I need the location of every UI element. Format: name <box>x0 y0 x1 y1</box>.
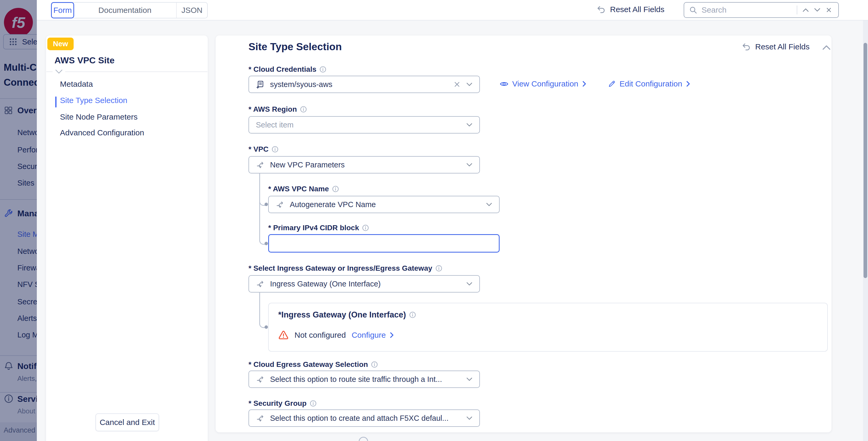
chevron-down-icon <box>486 202 492 207</box>
pencil-icon <box>608 80 616 88</box>
ingress-gateway-select[interactable]: Ingress Gateway (One Interface) <box>248 275 480 292</box>
reset-all-fields-label: Reset All Fields <box>755 42 810 51</box>
chevron-down-icon <box>466 82 472 87</box>
modal-backdrop[interactable] <box>0 0 37 441</box>
info-icon[interactable] <box>310 400 317 407</box>
info-icon[interactable] <box>272 146 278 153</box>
tree-connector <box>259 173 260 236</box>
primary-ipv4-cidr-label: * Primary IPv4 CIDR block <box>268 224 359 232</box>
edit-configuration-link[interactable]: Edit Configuration <box>608 80 690 88</box>
egress-gateway-value: Select this option to route site traffic… <box>270 375 466 384</box>
ingress-gateway-card: *Ingress Gateway (One Interface) Not con… <box>268 303 828 352</box>
egress-gateway-label: * Cloud Egress Gateway Selection <box>248 360 368 369</box>
chevron-right-icon <box>390 332 394 339</box>
tab-json[interactable]: JSON <box>177 3 207 18</box>
view-tabs: Form Documentation JSON <box>51 2 208 19</box>
form-nav-item-metadata[interactable]: Metadata <box>60 80 93 89</box>
info-icon[interactable] <box>319 66 326 73</box>
primary-ipv4-cidr-input[interactable] <box>268 234 500 253</box>
search-icon <box>689 6 698 14</box>
view-configuration-link[interactable]: View Configuration <box>500 80 587 88</box>
tree-connector <box>259 292 260 318</box>
configure-label: Configure <box>351 330 386 340</box>
aws-vpc-name-label-row: * AWS VPC Name <box>268 185 339 193</box>
tree-connector-dot <box>265 242 268 245</box>
form-title: AWS VPC Site <box>55 55 115 65</box>
aws-region-placeholder: Select item <box>256 121 466 129</box>
reset-all-fields-section[interactable]: Reset All Fields <box>742 42 810 52</box>
chevron-right-icon <box>686 81 690 87</box>
search-next-button[interactable] <box>811 4 823 16</box>
info-icon[interactable] <box>409 311 416 318</box>
cloud-credentials-select[interactable]: system/syous-aws <box>248 76 480 93</box>
info-icon[interactable] <box>300 106 307 113</box>
security-group-value: Select this option to create and attach … <box>270 414 466 422</box>
aws-region-select[interactable]: Select item <box>248 116 480 133</box>
ingress-gateway-value: Ingress Gateway (One Interface) <box>270 280 466 288</box>
primary-ipv4-cidr-label-row: * Primary IPv4 CIDR block <box>268 224 369 232</box>
branch-choice-icon <box>256 279 265 288</box>
clear-selection-icon[interactable] <box>454 81 460 88</box>
vpc-label: * VPC <box>248 145 269 154</box>
form-nav-item-advanced-configuration[interactable]: Advanced Configuration <box>60 128 144 137</box>
search-input[interactable] <box>701 5 773 15</box>
aws-region-label: * AWS Region <box>248 105 297 114</box>
scrollbar-thumb[interactable] <box>864 43 867 278</box>
cloud-credentials-label: * Cloud Credentials <box>248 65 316 73</box>
ingress-gateway-label: * Select Ingress Gateway or Ingress/Egre… <box>248 264 432 273</box>
branch-choice-icon <box>276 200 284 209</box>
warning-icon <box>278 330 289 340</box>
chevron-right-icon <box>582 81 587 87</box>
branch-choice-icon <box>256 414 265 422</box>
info-icon[interactable] <box>362 224 369 231</box>
configure-link[interactable]: Configure <box>351 330 394 340</box>
security-group-label-row: * Security Group <box>248 399 317 408</box>
vpc-select[interactable]: New VPC Parameters <box>248 156 480 174</box>
chevron-down-icon <box>466 377 472 381</box>
form-nav-item-site-node-parameters[interactable]: Site Node Parameters <box>60 113 137 121</box>
undo-icon <box>596 5 606 14</box>
branch-choice-icon <box>256 160 265 169</box>
egress-gateway-label-row: * Cloud Egress Gateway Selection <box>248 360 378 369</box>
view-configuration-label: View Configuration <box>512 80 578 88</box>
reset-all-fields-top[interactable]: Reset All Fields <box>596 5 664 14</box>
aws-vpc-name-label: * AWS VPC Name <box>268 185 329 193</box>
tree-connector-dot <box>265 325 268 329</box>
collapse-notch-icon[interactable] <box>53 69 65 75</box>
branch-choice-icon <box>256 375 265 384</box>
tab-form[interactable]: Form <box>51 2 74 19</box>
egress-gateway-select[interactable]: Select this option to route site traffic… <box>248 371 480 388</box>
search-divider <box>797 5 797 14</box>
aws-vpc-name-value: Autogenerate VPC Name <box>290 200 486 209</box>
section-collapse-icon[interactable] <box>822 45 831 52</box>
undo-icon <box>742 42 751 52</box>
reference-object-icon <box>256 80 265 89</box>
app-root: f5 Select Multi-Cloud Connect Overview N… <box>0 0 868 441</box>
status-text: Not configured <box>294 330 346 340</box>
chevron-down-icon <box>466 163 472 167</box>
cloud-credentials-value: system/syous-aws <box>270 80 332 89</box>
ingress-card-status-row: Not configured Configure <box>278 330 394 340</box>
tab-documentation[interactable]: Documentation <box>74 3 177 18</box>
tree-connector-dot <box>265 202 268 206</box>
cloud-credentials-label-row: * Cloud Credentials <box>248 65 326 73</box>
form-nav-item-site-type-selection[interactable]: Site Type Selection <box>60 96 127 105</box>
info-icon[interactable] <box>332 186 339 192</box>
aws-vpc-name-select[interactable]: Autogenerate VPC Name <box>268 196 500 213</box>
cancel-and-exit-button[interactable]: Cancel and Exit <box>95 413 159 431</box>
search-close-button[interactable] <box>823 4 835 16</box>
info-icon[interactable] <box>435 265 442 272</box>
security-group-select[interactable]: Select this option to create and attach … <box>248 409 480 427</box>
security-group-label: * Security Group <box>248 399 307 408</box>
ingress-card-title-row: *Ingress Gateway (One Interface) <box>278 310 416 320</box>
search-box <box>684 2 839 18</box>
search-prev-button[interactable] <box>800 4 811 16</box>
vpc-value: New VPC Parameters <box>270 161 466 169</box>
info-icon[interactable] <box>371 361 378 368</box>
reset-all-fields-label: Reset All Fields <box>610 5 664 14</box>
vpc-label-row: * VPC <box>248 145 278 154</box>
chevron-down-icon <box>466 416 472 420</box>
edit-configuration-label: Edit Configuration <box>620 80 682 88</box>
chevron-down-icon <box>466 282 472 286</box>
new-badge: New <box>47 38 74 50</box>
